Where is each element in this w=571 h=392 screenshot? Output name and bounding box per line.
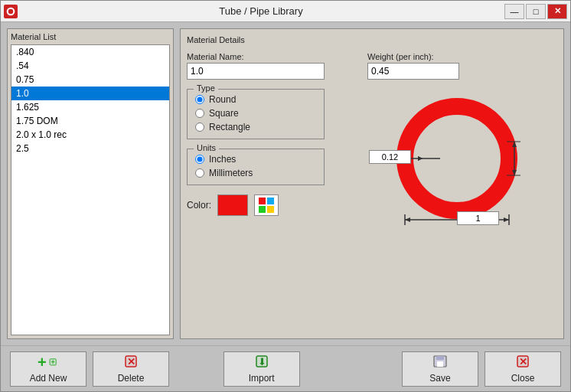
svg-rect-1 bbox=[259, 198, 266, 204]
tube-diagram-svg bbox=[354, 86, 537, 239]
material-name-input[interactable] bbox=[187, 63, 325, 80]
save-icon bbox=[429, 354, 451, 371]
delete-label: Delete bbox=[118, 373, 145, 384]
type-group-legend: Type bbox=[194, 83, 218, 93]
wall-dim-input[interactable] bbox=[369, 150, 411, 164]
color-section: Color: bbox=[187, 194, 325, 216]
delete-button[interactable]: ✕ Delete bbox=[93, 351, 169, 387]
type-square-radio[interactable] bbox=[195, 109, 204, 118]
type-rectangle-radio[interactable] bbox=[195, 122, 204, 132]
color-palette-button[interactable] bbox=[254, 194, 279, 216]
svg-text:✕: ✕ bbox=[127, 356, 135, 368]
save-button[interactable]: Save bbox=[402, 351, 478, 387]
maximize-button[interactable]: □ bbox=[526, 4, 546, 19]
svg-rect-27 bbox=[436, 356, 444, 360]
list-item[interactable]: 0.75 bbox=[11, 73, 169, 87]
svg-point-0 bbox=[8, 8, 15, 15]
svg-marker-11 bbox=[405, 217, 410, 222]
weight-input[interactable] bbox=[367, 63, 459, 80]
color-label: Color: bbox=[187, 200, 211, 211]
svg-rect-3 bbox=[259, 206, 266, 213]
add-new-label: Add New bbox=[30, 373, 67, 384]
units-mm-label[interactable]: Millimeters bbox=[209, 168, 253, 178]
import-button[interactable]: ⬇ Import bbox=[224, 351, 300, 387]
type-round-row: Round bbox=[195, 94, 316, 105]
import-label: Import bbox=[249, 373, 275, 384]
units-mm-row: Millimeters bbox=[195, 168, 316, 178]
close-window-button[interactable]: ✕ bbox=[547, 4, 567, 19]
import-icon: ⬇ bbox=[251, 354, 272, 371]
details-top-row: Material Name: Weight (per inch): bbox=[187, 52, 557, 80]
material-list-title: Material List bbox=[11, 32, 170, 41]
od-dim-fo bbox=[457, 211, 501, 228]
type-rectangle-row: Rectangle bbox=[195, 122, 316, 132]
minimize-button[interactable]: — bbox=[504, 4, 524, 19]
close-icon: ✕ bbox=[512, 354, 533, 371]
list-item[interactable]: .54 bbox=[11, 59, 169, 73]
svg-marker-9 bbox=[418, 156, 423, 161]
units-group-legend: Units bbox=[194, 143, 219, 152]
list-item-selected[interactable]: 1.0 bbox=[11, 87, 169, 100]
close-label: Close bbox=[511, 373, 535, 384]
material-list: .840 .54 0.75 1.0 1.625 1.75 DOM 2.0 x 1… bbox=[11, 44, 170, 335]
units-inches-radio[interactable] bbox=[195, 155, 204, 164]
save-label: Save bbox=[429, 373, 450, 384]
list-item[interactable]: 1.625 bbox=[11, 100, 169, 114]
list-item[interactable]: 1.75 DOM bbox=[11, 114, 169, 128]
add-icon: + bbox=[38, 354, 59, 371]
type-square-label[interactable]: Square bbox=[209, 108, 239, 119]
material-list-panel: Material List .840 .54 0.75 1.0 1.625 1.… bbox=[7, 28, 174, 339]
svg-rect-28 bbox=[437, 361, 443, 367]
list-item[interactable]: .840 bbox=[11, 45, 169, 59]
svg-marker-12 bbox=[504, 217, 509, 222]
type-group-box: Type Round Square Rectangle bbox=[187, 89, 325, 139]
list-item[interactable]: 2.0 x 1.0 rec bbox=[11, 128, 169, 142]
main-content: Material List .840 .54 0.75 1.0 1.625 1.… bbox=[1, 22, 570, 345]
palette-icon bbox=[258, 197, 275, 214]
title-bar: Tube / Pipe Library — □ ✕ bbox=[1, 1, 570, 22]
od-dim-input[interactable] bbox=[457, 211, 499, 225]
type-square-row: Square bbox=[195, 108, 316, 119]
svg-text:✕: ✕ bbox=[519, 356, 527, 368]
app-icon bbox=[4, 5, 18, 18]
delete-icon: ✕ bbox=[120, 354, 142, 371]
footer: + Add New ✕ Delete ⬇ Import Save bbox=[1, 345, 570, 391]
add-new-button[interactable]: + Add New bbox=[10, 351, 86, 387]
units-inches-row: Inches bbox=[195, 154, 316, 165]
material-name-group: Material Name: bbox=[187, 52, 325, 80]
details-panel: Material Details Material Name: Weight (… bbox=[180, 28, 564, 339]
window-controls: — □ ✕ bbox=[504, 4, 567, 19]
type-rectangle-label[interactable]: Rectangle bbox=[209, 122, 250, 132]
details-middle-row: Type Round Square Rectangle bbox=[187, 86, 557, 239]
color-swatch[interactable] bbox=[217, 194, 248, 216]
weight-label: Weight (per inch): bbox=[367, 52, 459, 61]
details-panel-title: Material Details bbox=[187, 35, 557, 44]
material-name-label: Material Name: bbox=[187, 52, 325, 61]
wall-dim-fo bbox=[369, 150, 413, 167]
svg-rect-2 bbox=[267, 198, 274, 204]
list-item[interactable]: 2.5 bbox=[11, 142, 169, 155]
units-mm-radio[interactable] bbox=[195, 168, 204, 178]
svg-rect-4 bbox=[267, 206, 274, 213]
diagram-area bbox=[334, 86, 557, 239]
main-window: Tube / Pipe Library — □ ✕ Material List … bbox=[0, 0, 571, 392]
type-round-radio[interactable] bbox=[195, 95, 204, 104]
svg-text:+: + bbox=[51, 358, 54, 365]
left-controls: Type Round Square Rectangle bbox=[187, 86, 325, 239]
type-round-label[interactable]: Round bbox=[209, 94, 236, 105]
svg-text:⬇: ⬇ bbox=[257, 356, 266, 368]
window-title: Tube / Pipe Library bbox=[18, 5, 504, 17]
weight-group: Weight (per inch): bbox=[367, 52, 459, 80]
units-group-box: Units Inches Millimeters bbox=[187, 149, 325, 185]
close-button[interactable]: ✕ Close bbox=[485, 351, 561, 387]
units-inches-label[interactable]: Inches bbox=[209, 154, 236, 165]
